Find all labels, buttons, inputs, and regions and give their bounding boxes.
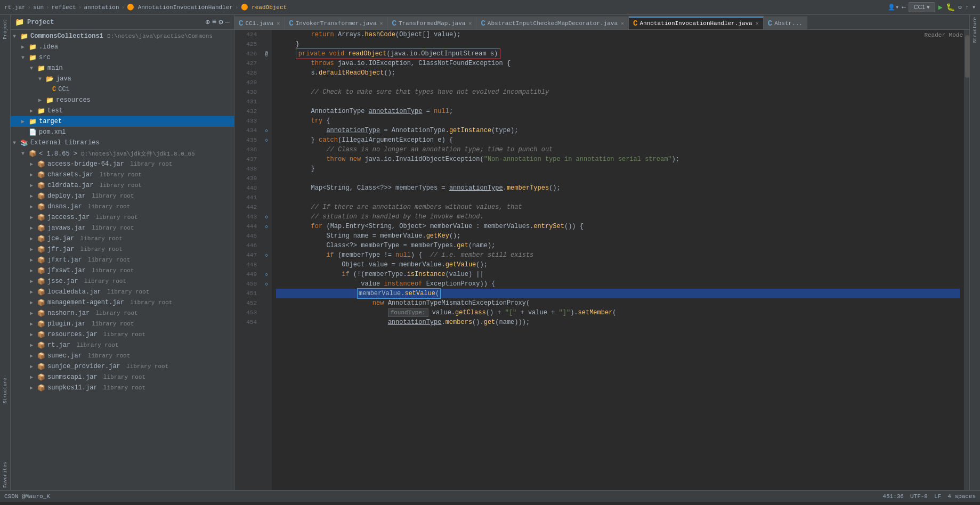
tree-idea[interactable]: ▶ 📁 .idea [11,42,234,52]
tab-abstract-input[interactable]: C AbstractInputCheckedMapDecorator.java … [476,17,629,29]
tab-invoker[interactable]: C InvokerTransformer.java ✕ [285,17,387,29]
code-line-427: throws java.io.IOException, ClassNotFoun… [276,59,960,68]
jar-icon-plugin: 📦 [37,320,45,328]
breadcrumb-annotation: annotation [84,4,119,11]
linenum-425: 425 [234,39,261,49]
tree-javaws[interactable]: ▶ 📦 javaws.jar library root [11,223,234,233]
tree-plugin[interactable]: ▶ 📦 plugin.jar library root [11,319,234,329]
breadcrumb-sep3: › [78,4,82,11]
tree-jfxswt[interactable]: ▶ 📦 jfxswt.jar library root [11,265,234,276]
favorites-tab-label[interactable]: Favorites [2,460,9,490]
idea-label: .idea [39,43,58,51]
tree-target[interactable]: ▶ 📁 target [11,116,234,127]
code-line-437: throw new java.io.InvalidObjectException… [276,154,960,164]
resources-label: resources [56,96,91,104]
tree-access-bridge[interactable]: ▶ 📦 access-bridge-64.jar library root [11,159,234,169]
jdk-icon: 📦 [29,150,37,158]
cc1-button[interactable]: CC1 ▾ [909,2,935,12]
gutter-430 [261,87,272,97]
rt-label: rt.jar library root [47,341,119,349]
tab-cc1-close[interactable]: ✕ [277,20,280,27]
file-tree: ▼ 📁 CommonsCollections1 D:\notes\java\pr… [11,30,234,490]
code-line-436: // Class is no longer an annotation type… [276,145,960,154]
gutter-444: ◇ [261,222,272,231]
tree-jfr[interactable]: ▶ 📦 jfr.jar library root [11,244,234,255]
tree-jaccess[interactable]: ▶ 📦 jaccess.jar library root [11,212,234,223]
tree-jdk[interactable]: ▼ 📦 < 1.8.65 > D:\notes\java\jdk文件\jdk1.… [11,148,234,159]
tab-transformed-close[interactable]: ✕ [468,20,472,27]
code-line-444: for (Map.Entry<String, Object> memberVal… [276,222,960,231]
pom-file-icon: 📄 [29,128,37,136]
tree-jce[interactable]: ▶ 📦 jce.jar library root [11,233,234,244]
gutter-445 [261,231,272,241]
project-tab-label[interactable]: Project [2,17,9,42]
gutter-434: ◇ [261,126,272,135]
debug-button[interactable]: 🐛 [946,3,955,12]
tree-charsets[interactable]: ▶ 📦 charsets.jar library root [11,169,234,180]
tree-root[interactable]: ▼ 📁 CommonsCollections1 D:\notes\java\pr… [11,31,234,42]
tree-src[interactable]: ▼ 📁 src [11,52,234,63]
tree-test[interactable]: ▶ 📁 test [11,105,234,116]
tab-abstract-input-label: AbstractInputCheckedMapDecorator.java [488,20,618,27]
tab-abstr[interactable]: C Abstr... [764,17,807,29]
tree-pom[interactable]: ▶ 📄 pom.xml [11,127,234,137]
run-button[interactable]: ▶ [938,3,943,12]
code-line-445: String name = memberValue.getKey(); [276,231,960,241]
tree-deploy[interactable]: ▶ 📦 deploy.jar library root [11,191,234,201]
status-indent: 4 spaces [947,493,976,500]
tree-ext-libs[interactable]: ▼ 📚 External Libraries [11,137,234,148]
tree-resources[interactable]: ▶ 📁 resources [11,95,234,105]
jar-icon-sunmscapi: 📦 [37,373,45,381]
settings-icon[interactable]: ⚙ [218,18,223,27]
code-line-454: annotationType.members().get(name))); [276,317,960,327]
tree-dnsns[interactable]: ▶ 📦 dnsns.jar library root [11,201,234,212]
tree-resources-jar[interactable]: ▶ 📦 resources.jar library root [11,329,234,340]
tree-java[interactable]: ▼ 📂 java [11,74,234,84]
code-line-425: } [276,39,960,49]
structure-tab-label[interactable]: Structure [2,376,9,406]
java-folder-icon: 📂 [46,75,54,83]
gutter-447: ◇ [261,250,272,260]
tree-sunpkcs11[interactable]: ▶ 📦 sunpkcs11.jar library root [11,382,234,393]
linenum-428: 428 [234,68,261,78]
jar-icon-resources: 📦 [37,331,45,339]
tree-cldrdata[interactable]: ▶ 📦 cldrdata.jar library root [11,180,234,191]
tab-transformed-label: TransformedMap.java [399,20,465,27]
tab-invoker-close[interactable]: ✕ [379,20,383,27]
linenum-442: 442 [234,202,261,212]
gutter-452 [261,298,272,308]
jar-icon-jfr: 📦 [37,246,45,254]
tree-jfxrt[interactable]: ▶ 📦 jfxrt.jar library root [11,255,234,265]
tab-annotation-handler[interactable]: C AnnotationInvocationHandler.java ✕ [629,17,764,29]
tree-nashorn[interactable]: ▶ 📦 nashorn.jar library root [11,308,234,319]
tree-localedata[interactable]: ▶ 📦 localedata.jar library root [11,287,234,297]
minimize-icon[interactable]: — [225,18,230,27]
tab-annotation-icon: C [633,19,637,28]
editor-scrollbar[interactable] [964,30,969,490]
gutter-439 [261,174,272,183]
tree-sunjce[interactable]: ▶ 📦 sunjce_provider.jar library root [11,361,234,372]
jar-icon-sunpkcs11: 📦 [37,384,45,392]
scope-icon[interactable]: ⊕ [205,18,209,27]
tree-rt[interactable]: ▶ 📦 rt.jar library root [11,340,234,351]
tree-sunec[interactable]: ▶ 📦 sunec.jar library root [11,351,234,361]
tab-abstract-input-close[interactable]: ✕ [621,20,624,27]
linenum-452: 452 [234,298,261,308]
jar-icon-dnsns: 📦 [37,203,45,211]
jar-icon-rt: 📦 [37,341,45,349]
tree-jsse[interactable]: ▶ 📦 jsse.jar library root [11,276,234,287]
breadcrumb: rt.jar › sun › reflect › annotation › 🟠 … [4,4,888,11]
tree-management-agent[interactable]: ▶ 📦 management-agent.jar library root [11,297,234,308]
test-folder-icon: 📁 [37,107,45,115]
structure-label[interactable]: Structure [971,15,979,45]
project-panel-icons: ⊕ ≡ ⚙ — [205,18,230,27]
tree-main[interactable]: ▼ 📁 main [11,63,234,74]
tab-transformed[interactable]: C TransformedMap.java ✕ [388,17,477,29]
tree-sunmscapi[interactable]: ▶ 📦 sunmscapi.jar library root [11,372,234,382]
code-area[interactable]: return Arrays.hashCode(Object[] value); … [272,30,964,490]
gutter-431 [261,97,272,107]
collapse-icon[interactable]: ≡ [212,18,216,27]
tree-cc1[interactable]: ▶ C CC1 [11,84,234,95]
tab-annotation-close[interactable]: ✕ [756,20,759,27]
tab-cc1[interactable]: C CC1.java ✕ [234,17,285,29]
